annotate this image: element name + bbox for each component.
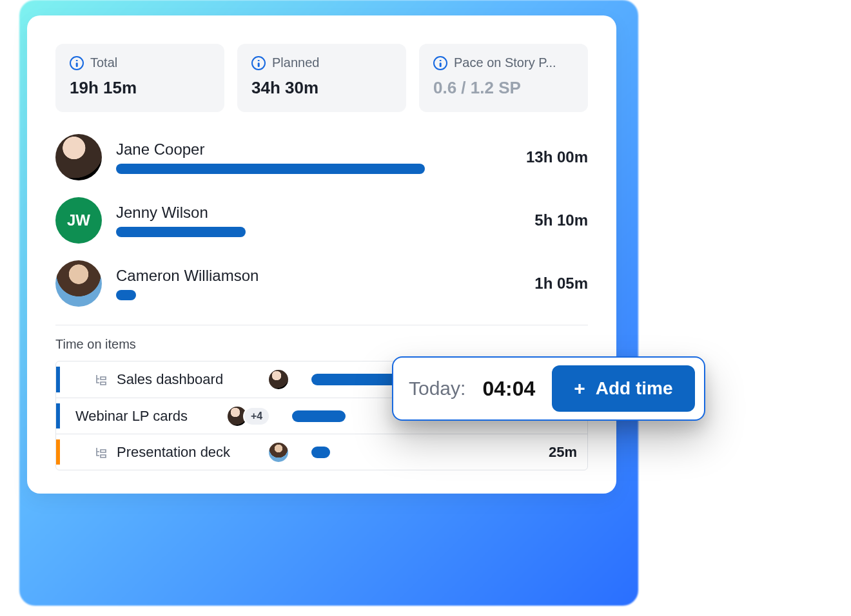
avatar[interactable] [268, 441, 289, 463]
item-name: Sales dashboard [117, 371, 259, 388]
row-accent [56, 439, 60, 465]
stat-tile-total[interactable]: Total 19h 15m [55, 44, 224, 112]
stat-value: 34h 30m [251, 78, 392, 98]
person-name: Jane Cooper [116, 140, 512, 159]
stat-tile-pace[interactable]: Pace on Story P... 0.6 / 1.2 SP [419, 44, 588, 112]
row-accent [56, 367, 60, 392]
stat-label: Planned [272, 55, 319, 70]
info-icon[interactable] [70, 56, 84, 70]
people-list: Jane Cooper 13h 00m JW Jenny Wilson 5h 1… [55, 134, 588, 307]
row-accent [56, 403, 60, 428]
assignees[interactable] [268, 441, 289, 463]
item-name: Presentation deck [117, 444, 259, 461]
subtask-icon [95, 373, 108, 386]
stat-label: Pace on Story P... [454, 55, 556, 70]
assignees[interactable]: +4 [226, 405, 270, 427]
avatar[interactable] [268, 369, 289, 390]
add-time-button[interactable]: + Add time [552, 365, 694, 412]
today-label: Today: [409, 378, 465, 399]
time-bar [116, 290, 520, 300]
person-row[interactable]: Cameron Williamson 1h 05m [55, 260, 588, 307]
info-icon[interactable] [251, 56, 266, 70]
section-title: Time on items [55, 337, 588, 352]
person-row[interactable]: JW Jenny Wilson 5h 10m [55, 197, 588, 244]
person-name: Cameron Williamson [116, 267, 520, 285]
plus-icon: + [574, 379, 585, 398]
info-icon[interactable] [433, 56, 447, 70]
divider [55, 325, 588, 325]
today-time: 04:04 [482, 377, 535, 401]
avatar[interactable]: JW [55, 197, 102, 244]
stat-value: 19h 15m [70, 78, 210, 98]
add-time-widget: Today: 04:04 + Add time [392, 356, 705, 421]
stats-row: Total 19h 15m Planned 34h 30m Pace on St… [55, 44, 588, 112]
avatar[interactable] [55, 260, 102, 307]
subtask-icon [95, 446, 108, 459]
person-name: Jenny Wilson [116, 204, 520, 222]
item-row[interactable]: Presentation deck 25m [56, 434, 587, 470]
person-time: 5h 10m [534, 211, 588, 229]
item-time: 25m [506, 444, 577, 461]
person-row[interactable]: Jane Cooper 13h 00m [55, 134, 588, 180]
add-time-label: Add time [596, 378, 673, 399]
assignees[interactable] [268, 369, 289, 390]
item-name: Webinar LP cards [75, 408, 217, 425]
avatar[interactable] [55, 134, 102, 180]
time-bar [298, 447, 497, 458]
person-time: 13h 00m [526, 148, 588, 166]
more-assignees-badge[interactable]: +4 [243, 407, 270, 426]
time-report-card: Total 19h 15m Planned 34h 30m Pace on St… [27, 15, 616, 494]
time-bar [116, 164, 512, 174]
stat-label: Total [90, 55, 117, 70]
stat-tile-planned[interactable]: Planned 34h 30m [237, 44, 406, 112]
person-time: 1h 05m [534, 274, 588, 293]
stat-value: 0.6 / 1.2 SP [433, 78, 574, 98]
time-bar [116, 227, 520, 237]
